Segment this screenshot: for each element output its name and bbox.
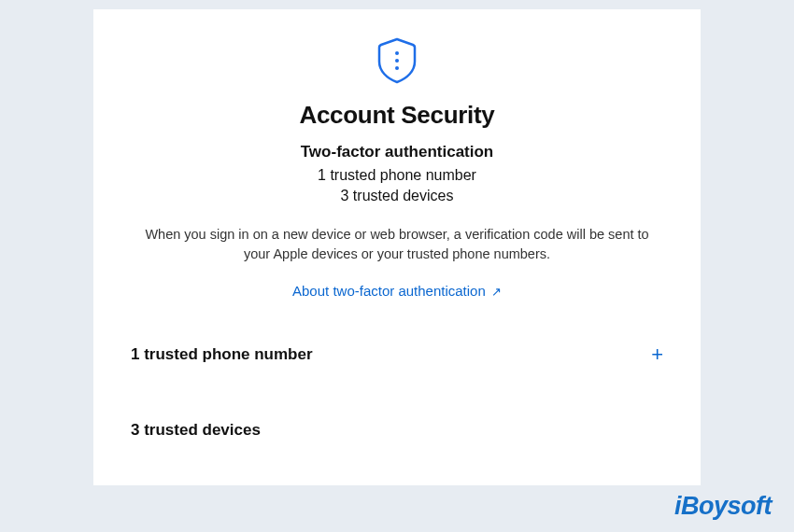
- svg-point-0: [395, 51, 399, 55]
- svg-point-2: [395, 66, 399, 70]
- link-label: About two-factor authentication: [292, 283, 486, 299]
- watermark-logo: iBoysoft: [674, 492, 772, 521]
- trusted-devices-heading: 3 trusted devices: [131, 421, 261, 440]
- two-factor-description: When you sign in on a new device or web …: [135, 225, 659, 264]
- svg-point-1: [395, 59, 399, 63]
- add-phone-button[interactable]: +: [651, 344, 663, 365]
- device-stat: 3 trusted devices: [121, 188, 673, 204]
- about-two-factor-link[interactable]: About two-factor authentication ↗: [292, 283, 502, 299]
- trusted-phone-heading: 1 trusted phone number: [131, 345, 313, 364]
- phone-stat: 1 trusted phone number: [121, 167, 673, 184]
- external-link-icon: ↗: [491, 285, 502, 299]
- trusted-phone-section: 1 trusted phone number +: [93, 344, 701, 365]
- page-title: Account Security: [121, 101, 673, 130]
- header-block: Account Security Two-factor authenticati…: [93, 37, 701, 300]
- account-security-card: Account Security Two-factor authenticati…: [93, 9, 701, 485]
- trusted-devices-section: 3 trusted devices: [93, 421, 701, 440]
- watermark-text: iBoysoft: [674, 492, 772, 520]
- shield-icon: [376, 37, 418, 88]
- two-factor-subtitle: Two-factor authentication: [121, 143, 673, 161]
